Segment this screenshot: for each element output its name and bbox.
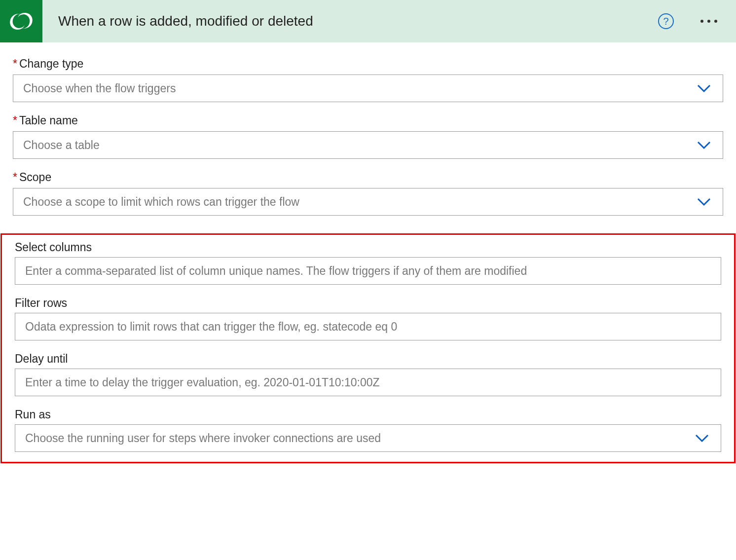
label-text: Change type — [19, 57, 83, 71]
table-name-field: * Table name Choose a table — [13, 114, 723, 159]
more-menu-icon[interactable] — [696, 15, 722, 28]
select-columns-label: Select columns — [15, 241, 721, 254]
required-indicator: * — [13, 57, 17, 71]
scope-dropdown[interactable]: Choose a scope to limit which rows can t… — [13, 188, 723, 216]
label-text: Delay until — [15, 352, 68, 366]
required-indicator: * — [13, 171, 17, 184]
run-as-dropdown[interactable]: Choose the running user for steps where … — [15, 424, 721, 452]
chevron-down-icon — [697, 197, 711, 206]
scope-label: * Scope — [13, 171, 723, 184]
table-name-dropdown[interactable]: Choose a table — [13, 131, 723, 159]
filter-rows-input[interactable] — [15, 313, 721, 340]
form-area: * Change type Choose when the flow trigg… — [0, 42, 736, 233]
change-type-label: * Change type — [13, 57, 723, 71]
filter-rows-label: Filter rows — [15, 297, 721, 310]
chevron-down-icon — [695, 434, 709, 443]
advanced-options-box: Select columns Filter rows Delay until R… — [0, 233, 736, 463]
label-text: Table name — [19, 114, 78, 127]
filter-rows-field: Filter rows — [15, 297, 721, 340]
delay-until-label: Delay until — [15, 352, 721, 366]
run-as-label: Run as — [15, 408, 721, 421]
change-type-placeholder: Choose when the flow triggers — [23, 82, 713, 95]
help-icon[interactable]: ? — [658, 13, 674, 29]
trigger-title: When a row is added, modified or deleted — [42, 13, 658, 29]
required-indicator: * — [13, 114, 17, 127]
help-icon-label: ? — [663, 16, 668, 27]
select-columns-input[interactable] — [15, 257, 721, 285]
chevron-down-icon — [697, 84, 711, 93]
dataverse-swirl-icon — [8, 8, 35, 35]
dataverse-logo — [0, 0, 42, 42]
scope-field: * Scope Choose a scope to limit which ro… — [13, 171, 723, 216]
label-text: Run as — [15, 408, 51, 421]
change-type-dropdown[interactable]: Choose when the flow triggers — [13, 75, 723, 102]
select-columns-field: Select columns — [15, 241, 721, 285]
delay-until-field: Delay until — [15, 352, 721, 396]
label-text: Filter rows — [15, 297, 67, 310]
run-as-placeholder: Choose the running user for steps where … — [25, 432, 711, 445]
scope-placeholder: Choose a scope to limit which rows can t… — [23, 195, 713, 209]
trigger-header: When a row is added, modified or deleted… — [0, 0, 736, 42]
run-as-field: Run as Choose the running user for steps… — [15, 408, 721, 452]
label-text: Select columns — [15, 241, 92, 254]
change-type-field: * Change type Choose when the flow trigg… — [13, 57, 723, 102]
chevron-down-icon — [697, 141, 711, 149]
table-name-label: * Table name — [13, 114, 723, 127]
label-text: Scope — [19, 171, 51, 184]
table-name-placeholder: Choose a table — [23, 139, 713, 152]
delay-until-input[interactable] — [15, 369, 721, 396]
